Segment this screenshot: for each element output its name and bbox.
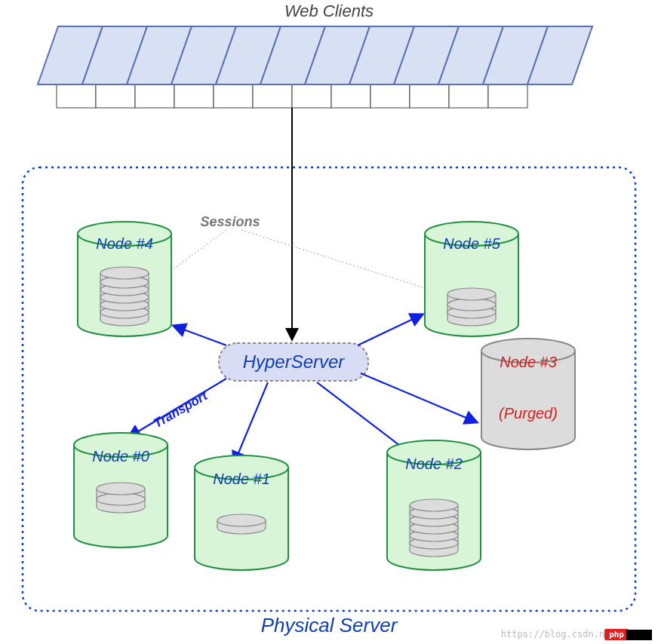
svg-text:Node #1: Node #1 [213, 471, 270, 487]
svg-rect-10 [449, 83, 488, 108]
php-badge: php [604, 629, 629, 640]
svg-rect-6 [292, 83, 331, 108]
svg-text:Node #3: Node #3 [500, 354, 557, 370]
web-clients-row [38, 26, 592, 108]
node-5: Node #5 [425, 222, 518, 336]
watermark-mask [626, 630, 652, 640]
svg-point-65 [97, 483, 145, 495]
svg-rect-11 [488, 83, 527, 108]
svg-rect-2 [135, 83, 174, 108]
svg-text:(Purged): (Purged) [499, 405, 558, 422]
svg-rect-8 [371, 83, 410, 108]
node-2: Node #2 [387, 440, 481, 570]
disk-stack-icon [100, 267, 149, 326]
svg-text:Node #5: Node #5 [443, 235, 500, 252]
svg-rect-3 [174, 83, 214, 108]
svg-point-46 [447, 288, 496, 300]
watermark-text: https://blog.csdn.n [501, 629, 604, 639]
svg-rect-7 [331, 83, 371, 108]
disk-stack-icon [410, 499, 458, 557]
disk-stack-icon [97, 483, 145, 513]
sessions-label: Sessions [200, 214, 260, 229]
svg-point-92 [410, 499, 458, 511]
svg-line-17 [361, 373, 477, 422]
svg-point-33 [100, 267, 149, 279]
svg-line-12 [174, 326, 226, 345]
svg-rect-4 [214, 83, 253, 108]
svg-rect-0 [57, 83, 96, 108]
svg-line-15 [234, 382, 268, 464]
disk-stack-icon [447, 288, 496, 326]
physical-server-label: Physical Server [261, 614, 398, 636]
svg-text:Node #4: Node #4 [96, 235, 153, 252]
node-1: Node #1 [195, 455, 288, 570]
disk-stack-icon [217, 514, 266, 534]
svg-text:Node #0: Node #0 [92, 448, 149, 465]
svg-rect-5 [253, 83, 292, 108]
svg-text:Node #2: Node #2 [405, 455, 463, 472]
node-3-purged: Node #3 (Purged) [481, 339, 575, 449]
web-clients-title: Web Clients [284, 2, 374, 20]
svg-point-76 [217, 514, 266, 526]
node-0: Node #0 [74, 433, 168, 547]
svg-rect-1 [96, 83, 135, 108]
hyperserver-label: HyperServer [243, 351, 346, 372]
transport-label: Transport [151, 388, 211, 431]
watermark: https://blog.csdn.nphp [501, 629, 652, 640]
svg-line-13 [358, 314, 423, 345]
architecture-diagram: Web Clients Physical Serv [0, 0, 658, 644]
node-4: Node #4 [78, 222, 171, 336]
svg-rect-9 [410, 83, 449, 108]
